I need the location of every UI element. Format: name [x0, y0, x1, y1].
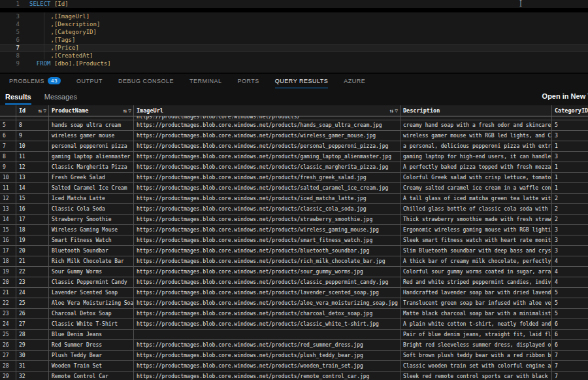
id-cell[interactable]: 8 [16, 120, 49, 131]
id-cell[interactable]: 20 [16, 246, 49, 256]
description-cell[interactable]: creamy hand soap with a fresh odor and s… [400, 120, 552, 131]
row-number-cell[interactable]: 13 [0, 204, 16, 215]
categoryid-cell[interactable]: 2 [552, 194, 588, 204]
imageurl-cell[interactable]: https://productmages.blob.core.windows.n… [134, 319, 400, 330]
description-cell[interactable]: Pair of blue denim jeans, straight fit, … [400, 330, 552, 340]
imageurl-cell[interactable]: https://productmages.blob.core.windows.n… [134, 215, 400, 225]
id-cell[interactable]: 9 [16, 131, 49, 141]
productname-cell[interactable]: Fresh Greek Salad [49, 173, 134, 183]
categoryid-cell[interactable]: 4 [552, 256, 588, 267]
categoryid-cell[interactable]: 7 [552, 351, 588, 361]
productname-cell[interactable]: personal pepperoni pizza [49, 141, 134, 152]
id-cell[interactable]: 30 [16, 351, 49, 361]
id-cell[interactable]: 28 [16, 330, 49, 340]
description-cell[interactable]: Thick strawberry smoothie made with fres… [400, 215, 552, 225]
row-number-cell[interactable]: 17 [0, 246, 16, 256]
id-cell[interactable]: 25 [16, 298, 49, 309]
column-header-categoryid[interactable]: CategoryID [552, 105, 588, 116]
row-number-cell[interactable]: 12 [0, 194, 16, 204]
imageurl-cell[interactable]: https://productmages.blob.core.windows.n… [134, 120, 400, 131]
productname-cell[interactable]: Wireless Gaming Mouse [49, 225, 134, 235]
open-in-new-tab-button[interactable]: Open in New T [542, 92, 588, 100]
categoryid-cell[interactable]: 2 [552, 204, 588, 215]
description-cell[interactable]: Slim Bluetooth soundbar with deep bass a… [400, 246, 552, 256]
imageurl-cell[interactable]: https://productmages.blob.core.windows.n… [134, 371, 400, 380]
code-line-1[interactable]: 1SELECT [Id] [0, 0, 588, 8]
productname-cell[interactable]: Lavender Scented Soap [49, 288, 134, 298]
productname-cell[interactable]: Bluetooth Soundbar [49, 246, 134, 256]
imageurl-cell[interactable]: https://productmages.blob.core.windows.n… [134, 246, 400, 256]
description-cell[interactable]: Red and white striped peppermint candies… [400, 277, 552, 288]
description-cell[interactable]: Matte black charcoal soap bar with a min… [400, 309, 552, 319]
id-cell[interactable]: 27 [16, 319, 49, 330]
productname-cell[interactable]: Salted Caramel Ice Cream [49, 183, 134, 194]
description-cell[interactable]: Chilled glass bottle of classic cola sod… [400, 204, 552, 215]
row-number-cell[interactable]: 19 [0, 267, 16, 277]
id-cell[interactable]: 29 [16, 340, 49, 351]
sort-icon[interactable]: ↑↓ [38, 106, 42, 116]
description-cell[interactable]: Colorful Greek salad with crisp lettuce,… [400, 173, 552, 183]
row-number-cell[interactable]: 21 [0, 288, 16, 298]
description-cell[interactable]: Translucent green soap bar infused with … [400, 298, 552, 309]
row-number-cell[interactable]: 15 [0, 225, 16, 235]
panel-tab-ports[interactable]: PORTS [237, 74, 259, 88]
id-cell[interactable]: 31 [16, 361, 49, 371]
description-cell[interactable]: A plain white cotton t-shirt, neatly fol… [400, 319, 552, 330]
categoryid-cell[interactable]: 5 [552, 298, 588, 309]
imageurl-cell[interactable]: https://productmages.blob.core.windows.n… [134, 256, 400, 267]
description-cell[interactable]: A tall glass of iced matcha green tea la… [400, 194, 552, 204]
row-number-cell[interactable]: 18 [0, 256, 16, 267]
imageurl-cell[interactable]: https://productmages.blob.core.windows.n… [134, 225, 400, 235]
id-cell[interactable]: 17 [16, 215, 49, 225]
imageurl-cell[interactable]: https://productmages.blob.core.windows.n… [134, 235, 400, 246]
row-number-cell[interactable]: 8 [0, 152, 16, 162]
code-line-9[interactable]: 9 FROM [dbo].[Products] [0, 60, 588, 67]
row-number-cell[interactable]: 14 [0, 215, 16, 225]
productname-cell[interactable]: Aloe Vera Moisturizing Soap [49, 298, 134, 309]
row-number-header[interactable] [0, 105, 16, 116]
panel-tab-problems[interactable]: PROBLEMS43 [9, 74, 61, 88]
description-cell[interactable]: wireless gamer mouse with RGB led lights… [400, 131, 552, 141]
filter-icon[interactable]: ▽ [128, 106, 131, 116]
description-cell[interactable]: Colorful sour gummy worms coated in suga… [400, 267, 552, 277]
categoryid-cell[interactable]: 3 [552, 246, 588, 256]
categoryid-cell[interactable]: 3 [552, 152, 588, 162]
productname-cell[interactable]: wireless gamer mouse [49, 131, 134, 141]
productname-cell[interactable]: Wooden Train Set [49, 361, 134, 371]
row-number-cell[interactable]: 25 [0, 330, 16, 340]
row-number-cell[interactable]: 7 [0, 141, 16, 152]
imageurl-cell[interactable]: https://productmages.blob.core.windows.n… [134, 141, 400, 152]
sort-icon[interactable]: ↑↓ [389, 106, 393, 116]
productname-cell[interactable]: Classic White T-Shirt [49, 319, 134, 330]
imageurl-cell[interactable]: https://productmages.blob.core.windows.n… [134, 361, 400, 371]
column-header-id[interactable]: Id↑↓▽ [16, 105, 49, 116]
id-cell[interactable]: 22 [16, 267, 49, 277]
productname-cell[interactable]: hands soap ultra cream [49, 120, 134, 131]
categoryid-cell[interactable]: 6 [552, 330, 588, 340]
panel-tab-azure[interactable]: AZURE [344, 74, 365, 88]
code-line-4[interactable]: 4 ,[Description] [0, 20, 588, 28]
imageurl-cell[interactable]: https://productmages.blob.core.windows.n… [134, 340, 400, 351]
code-line-8[interactable]: 8 ,[CreatedAt] [0, 52, 588, 60]
categoryid-cell[interactable]: 6 [552, 319, 588, 330]
row-number-cell[interactable]: 24 [0, 319, 16, 330]
row-number-cell[interactable]: 10 [0, 173, 16, 183]
productname-cell[interactable]: Smart Fitness Watch [49, 235, 134, 246]
description-cell[interactable]: gaming laptop for high-end users, it can… [400, 152, 552, 162]
panel-tab-query-results[interactable]: QUERY RESULTS [275, 74, 329, 88]
imageurl-cell[interactable] [134, 330, 400, 340]
description-cell[interactable]: Soft brown plush teddy bear with a red r… [400, 351, 552, 361]
description-cell[interactable]: Bright red sleeveless summer dress, disp… [400, 340, 552, 351]
results-tab-messages[interactable]: Messages [44, 90, 77, 105]
filter-icon[interactable]: ▽ [395, 106, 398, 116]
description-cell[interactable]: Ergonomic wireless gaming mouse with RGB… [400, 225, 552, 235]
id-cell[interactable]: 32 [16, 371, 49, 380]
id-cell[interactable]: 19 [16, 235, 49, 246]
categoryid-cell[interactable]: 3 [552, 131, 588, 141]
description-cell[interactable]: A thick bar of creamy milk chocolate, pe… [400, 256, 552, 267]
imageurl-cell[interactable]: https://productmages.blob.core.windows.n… [134, 267, 400, 277]
panel-tab-output[interactable]: OUTPUT [76, 74, 103, 88]
productname-cell[interactable]: Charcoal Detox Soap [49, 309, 134, 319]
column-header-imageurl[interactable]: ImageUrl↑↓▽ [134, 105, 400, 116]
categoryid-cell[interactable]: 3 [552, 225, 588, 235]
